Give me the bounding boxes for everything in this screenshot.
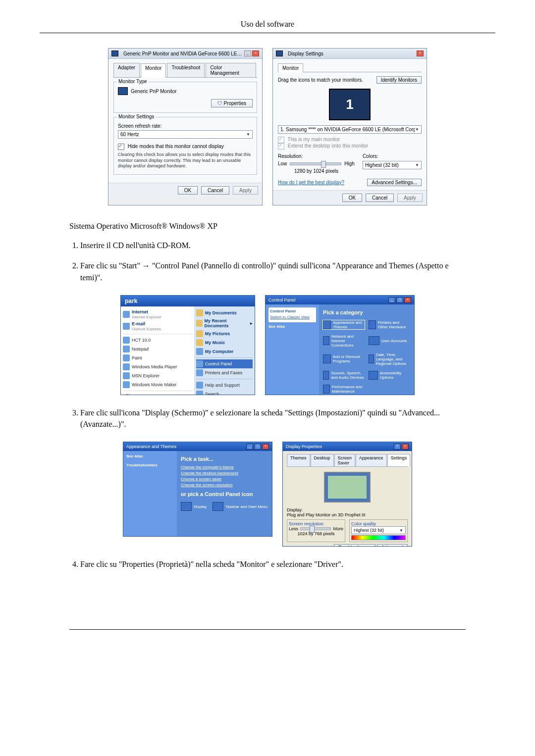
start-item[interactable]: HCT 10.0 (123, 336, 192, 345)
help-button[interactable]: ? (394, 444, 401, 450)
start-item[interactable]: My Pictures (196, 329, 253, 338)
cp-icon-display[interactable]: Display (181, 502, 207, 511)
start-item[interactable]: My Music (196, 338, 253, 347)
color-quality-label: Color quality (351, 521, 406, 526)
start-item[interactable]: My Computer (196, 347, 253, 356)
start-item[interactable]: MSN Explorer (123, 371, 192, 380)
troubleshoot-button[interactable]: Troubleshoot... (334, 544, 375, 547)
resolution-slider[interactable] (300, 527, 331, 530)
tab-monitor[interactable]: Monitor (278, 63, 303, 72)
maximize-button[interactable]: □ (396, 297, 403, 303)
wmp-icon (123, 363, 130, 370)
ok-button[interactable]: OK (178, 186, 198, 195)
titlebar: Display Settings × (273, 49, 427, 59)
start-item[interactable]: Windows Movie Maker (123, 380, 192, 389)
start-item[interactable]: My Recent Documents ▸ (196, 317, 253, 329)
advanced-button[interactable]: Advanced (377, 544, 408, 547)
hide-modes-label: Hide modes that this monitor cannot disp… (128, 144, 224, 149)
close-button[interactable]: × (262, 444, 269, 450)
cancel-button[interactable]: Cancel (201, 186, 229, 195)
paint-icon (123, 354, 130, 361)
tab-monitor[interactable]: Monitor (141, 63, 166, 78)
tab-appearance[interactable]: Appearance (356, 454, 387, 466)
hide-modes-note: Clearing this check box allows you to se… (118, 152, 253, 169)
advanced-settings-button[interactable]: Advanced Settings... (367, 179, 422, 186)
tab-desktop[interactable]: Desktop (311, 454, 334, 466)
refresh-rate-dropdown[interactable]: 60 Hertz▼ (118, 130, 253, 139)
start-item[interactable]: Printers and Faxes (196, 368, 253, 377)
start-item[interactable]: Help and Support (196, 381, 253, 390)
apply-button[interactable]: Apply (397, 194, 423, 202)
window-title: Display Settings (288, 51, 323, 56)
resolution-value: 1024 by 768 pixels (289, 531, 343, 536)
folder-icon (196, 330, 203, 337)
task-link[interactable]: Change the desktop background (181, 471, 268, 475)
task-link[interactable]: Change the computer's theme (181, 465, 268, 469)
window-title: Generic PnP Monitor and NVIDIA GeForce 6… (123, 51, 242, 56)
color-quality-dropdown[interactable]: Highest (32 bit)▼ (351, 526, 406, 534)
apply-button[interactable]: Apply (233, 186, 258, 195)
start-item-internet[interactable]: InternetInternet Explorer (123, 308, 192, 320)
folder-icon (196, 320, 203, 327)
identify-monitors-button[interactable]: Identify Monitors (376, 76, 422, 84)
close-button[interactable]: × (404, 297, 411, 303)
minimize-button[interactable]: _ (246, 444, 253, 450)
monitor-preview-1[interactable]: 1 (329, 89, 371, 120)
cp-category[interactable]: Add or Remove Programs (323, 353, 365, 366)
slider-low: Low (278, 161, 287, 166)
cancel-button[interactable]: Cancel (366, 194, 394, 202)
xp-start-menu: park InternetInternet Explorer E-mailOut… (120, 295, 255, 395)
tab-screensaver[interactable]: Screen Saver (334, 454, 356, 466)
body-text-3: Fare clic su "Properties (Proprietà)" ne… (69, 558, 466, 570)
cp-category[interactable]: Printers and Other Hardware (369, 320, 410, 329)
help-icon (196, 382, 203, 389)
all-programs[interactable]: All Programs ▶ (123, 393, 192, 395)
extend-desktop-checkbox[interactable] (278, 143, 284, 150)
start-item-email[interactable]: E-mailOutlook Express (123, 320, 192, 332)
cp-category[interactable]: Sounds, Speech, and Audio Devices (323, 371, 365, 380)
printer-icon (196, 369, 203, 376)
cp-category[interactable]: User Accounts (369, 334, 410, 348)
start-item-control-panel[interactable]: Control Panel (196, 359, 253, 368)
vista-monitor-properties-window: Generic PnP Monitor and NVIDIA GeForce 6… (108, 48, 263, 205)
step-4: Fare clic su "Properties (Proprietà)" ne… (80, 558, 466, 570)
tab-troubleshoot[interactable]: Troubleshoot (167, 63, 205, 77)
close-button[interactable]: × (252, 50, 259, 56)
close-button[interactable]: × (417, 50, 424, 56)
vista-screens-row: Generic PnP Monitor and NVIDIA GeForce 6… (40, 48, 495, 205)
tab-settings[interactable]: Settings (387, 454, 411, 466)
cp-category[interactable]: Performance and Maintenance (323, 385, 365, 394)
monitor-select-dropdown[interactable]: 1. Samsung **** on NVIDIA GeForce 6600 L… (278, 125, 422, 134)
tab-adapter[interactable]: Adapter (113, 63, 140, 77)
tab-themes[interactable]: Themes (287, 454, 310, 466)
cp-icon-taskbar[interactable]: Taskbar and Start Menu (213, 502, 268, 511)
xp-row-start-cp: park InternetInternet Explorer E-mailOut… (40, 295, 495, 395)
best-display-link[interactable]: How do I get the best display? (278, 180, 344, 185)
properties-button[interactable]: 🛡 Properties (211, 99, 253, 107)
hide-modes-checkbox[interactable] (118, 144, 124, 150)
ok-button[interactable]: OK (342, 194, 362, 202)
cp-category[interactable]: Accessibility Options (369, 371, 410, 380)
start-item[interactable]: My Documents (196, 308, 253, 317)
close-button[interactable]: × (402, 444, 409, 450)
cp-category-appearance[interactable]: Appearance and Themes (323, 320, 365, 329)
cp-category[interactable]: Date, Time, Language, and Regional Optio… (369, 353, 410, 366)
task-link[interactable]: Choose a screen saver (181, 477, 268, 481)
minimize-button[interactable]: _ (388, 297, 395, 303)
task-link[interactable]: Change the screen resolution (181, 483, 268, 487)
extend-desktop-label: Extend the desktop onto this monitor (288, 143, 368, 149)
minimize-button[interactable]: _ (244, 50, 251, 56)
colors-dropdown[interactable]: Highest (32 bit)▼ (363, 161, 422, 169)
performance-icon (323, 385, 330, 394)
switch-classic-link[interactable]: Switch to Classic View (270, 315, 315, 319)
start-item[interactable]: Notepad (123, 345, 192, 353)
theme-icon (323, 320, 331, 329)
cp-category[interactable]: Network and Internet Connections (323, 334, 365, 348)
start-item[interactable]: Search (196, 390, 253, 395)
resolution-slider[interactable] (290, 162, 341, 165)
start-item[interactable]: Windows Media Player (123, 362, 192, 371)
maximize-button[interactable]: □ (254, 444, 261, 450)
tab-color-management[interactable]: Color Management (206, 63, 256, 77)
resolution-value: 1280 by 1024 pixels (278, 168, 355, 174)
start-item[interactable]: Paint (123, 353, 192, 362)
